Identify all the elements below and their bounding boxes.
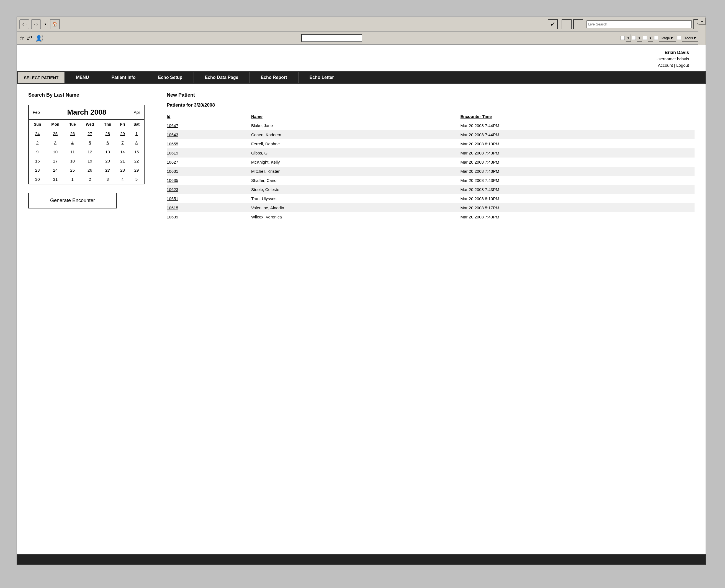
calendar-day-link[interactable]: 9 <box>36 149 39 154</box>
patient-name: Gibbs, G. <box>247 148 456 158</box>
calendar-day-link[interactable]: 20 <box>105 159 110 163</box>
tools-checkbox[interactable] <box>677 36 681 40</box>
calendar-day-link[interactable]: 5 <box>136 177 138 182</box>
calendar-day-link[interactable]: 29 <box>120 131 125 136</box>
back-button[interactable]: ⇦ <box>19 19 29 29</box>
calendar-day-link[interactable]: 1 <box>136 131 138 136</box>
calendar-day-link[interactable]: 5 <box>89 140 91 145</box>
patient-name: Valentine, Aladdin <box>247 203 456 212</box>
nav-echo-setup[interactable]: Echo Setup <box>147 72 193 83</box>
calendar-day-link[interactable]: 13 <box>105 149 110 154</box>
calendar-day-link[interactable]: 12 <box>87 149 92 154</box>
nav-dropdown[interactable]: ▼ <box>43 20 48 28</box>
calendar-day-link[interactable]: 22 <box>134 159 139 163</box>
scroll-up-button[interactable]: ▲ <box>698 17 706 25</box>
cb1-dropdown[interactable]: ▼ <box>626 34 631 42</box>
new-patient-link[interactable]: New Patient <box>167 92 695 98</box>
calendar-week-row: 23242526272829 <box>29 166 144 175</box>
calendar-day-link[interactable]: 29 <box>134 168 139 172</box>
patient-id-link[interactable]: 10655 <box>167 142 178 146</box>
calendar-day-link[interactable]: 28 <box>105 131 110 136</box>
calendar-day-link[interactable]: 3 <box>54 140 56 145</box>
nav-patient-info[interactable]: Patient Info <box>100 72 146 83</box>
prev-month-link[interactable]: Feb <box>33 110 40 114</box>
patient-id-link[interactable]: 10615 <box>167 205 178 210</box>
cb2-dropdown[interactable]: ▼ <box>637 34 642 42</box>
calendar-day-link[interactable]: 24 <box>53 168 58 172</box>
patient-id-link[interactable]: 10643 <box>167 132 178 137</box>
calendar-day-link[interactable]: 7 <box>121 140 124 145</box>
calendar-day-link[interactable]: 10 <box>53 149 58 154</box>
forward-button[interactable]: ⇨ <box>31 19 41 29</box>
nav-menu[interactable]: MENU <box>64 72 100 83</box>
calendar-day: 30 <box>29 175 46 184</box>
search-by-last-name-link[interactable]: Search By Last Name <box>28 92 150 98</box>
calendar-day-link[interactable]: 26 <box>87 168 92 172</box>
calendar-day-link[interactable]: 23 <box>35 168 40 172</box>
profile-button[interactable]: 👤 <box>34 34 43 42</box>
calendar-day: 5 <box>81 138 99 147</box>
calendar-day: 27 <box>81 129 99 139</box>
home-button[interactable]: 🏠 <box>50 19 60 29</box>
calendar-header: Feb March 2008 Apr <box>29 105 144 119</box>
calendar-day-link[interactable]: 17 <box>53 159 58 163</box>
calendar-day-link[interactable]: 25 <box>70 168 75 172</box>
calendar-day-link[interactable]: 24 <box>35 131 40 136</box>
next-month-link[interactable]: Apr <box>134 110 140 114</box>
select-patient-button[interactable]: SELECT PATIENT <box>18 72 64 83</box>
patient-name: Steele, Celeste <box>247 185 456 194</box>
patient-id-link[interactable]: 10639 <box>167 214 178 219</box>
calendar-day-link[interactable]: 2 <box>36 140 39 145</box>
patient-id-link[interactable]: 10635 <box>167 178 178 183</box>
col-time: Encounter Time <box>456 112 695 121</box>
calendar-day-link[interactable]: 26 <box>70 131 75 136</box>
calendar-day-link[interactable]: 28 <box>120 168 125 172</box>
calendar-day-link[interactable]: 1 <box>71 177 74 182</box>
checkbox2[interactable] <box>632 36 636 40</box>
patient-id-link[interactable]: 10647 <box>167 123 178 128</box>
calendar-day-link[interactable]: 6 <box>106 140 108 145</box>
checkbox3[interactable] <box>643 36 647 40</box>
table-row: 10635 Shaffer, Cairo Mar 20 2008 7:43PM <box>167 176 695 185</box>
calendar-day-link[interactable]: 30 <box>35 177 40 182</box>
page-checkbox[interactable] <box>654 36 658 40</box>
nav-echo-data-page[interactable]: Echo Data Page <box>193 72 249 83</box>
live-search-input[interactable] <box>586 20 692 28</box>
address-input[interactable] <box>301 34 362 42</box>
patient-id-link[interactable]: 10651 <box>167 196 178 201</box>
calendar-day-link[interactable]: 15 <box>134 149 139 154</box>
calendar-day-link[interactable]: 18 <box>70 159 75 163</box>
page-button[interactable]: Page▼ <box>659 34 676 42</box>
calendar-day-link[interactable]: 21 <box>120 159 125 163</box>
calendar-day: 23 <box>29 166 46 175</box>
tools-button[interactable]: Tools▼ <box>682 34 699 42</box>
calendar-day-link[interactable]: 27 <box>87 131 92 136</box>
generate-encounter-button[interactable]: Generate Encounter <box>28 193 117 208</box>
calendar-day-link[interactable]: 16 <box>35 159 40 163</box>
calendar-day-link[interactable]: 14 <box>120 149 125 154</box>
patient-id-link[interactable]: 10619 <box>167 151 178 155</box>
content-area: Brian Davis Username: bdavis Account | L… <box>17 45 706 564</box>
patient-id-link[interactable]: 10623 <box>167 187 178 192</box>
calendar-day-link[interactable]: 11 <box>70 149 75 154</box>
nav-echo-letter[interactable]: Echo Letter <box>298 72 345 83</box>
calendar-day: 7 <box>116 138 129 147</box>
nav-echo-report[interactable]: Echo Report <box>249 72 298 83</box>
calendar-day-link[interactable]: 19 <box>87 159 92 163</box>
account-logout[interactable]: Account | Logout <box>23 62 689 69</box>
calendar-day-link[interactable]: 8 <box>136 140 138 145</box>
patient-id-link[interactable]: 10631 <box>167 169 178 173</box>
calendar-day-link[interactable]: 4 <box>121 177 124 182</box>
calendar-day-link[interactable]: 25 <box>53 131 58 136</box>
calendar-day-link[interactable]: 31 <box>53 177 58 182</box>
calendar-day-link[interactable]: 4 <box>71 140 74 145</box>
star-icon[interactable]: ☆ <box>19 35 24 41</box>
patient-id-link[interactable]: 10627 <box>167 160 178 164</box>
calendar-day-link[interactable]: 3 <box>106 177 108 182</box>
calendar-day-link[interactable]: 2 <box>89 177 91 182</box>
checkbox1[interactable] <box>621 36 625 40</box>
patient-time: Mar 20 2008 7:43PM <box>456 148 695 158</box>
cb3-dropdown[interactable]: ▼ <box>648 34 653 42</box>
calendar-day: 16 <box>29 156 46 166</box>
star2-icon[interactable]: ☍ <box>26 35 32 41</box>
